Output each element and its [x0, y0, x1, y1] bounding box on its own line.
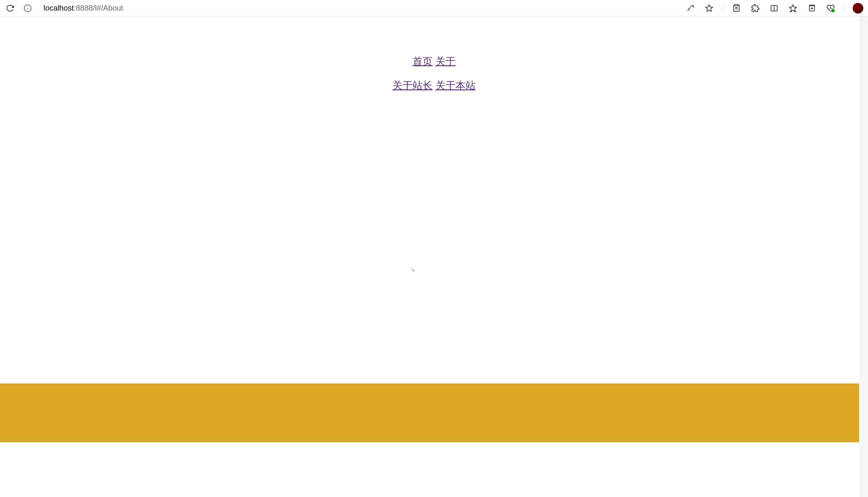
- read-aloud-icon[interactable]: [685, 3, 696, 14]
- collections-icon[interactable]: [807, 3, 817, 14]
- url-host: localhost: [44, 3, 74, 12]
- profile-avatar[interactable]: [853, 3, 863, 14]
- gold-footer-bar: [0, 383, 859, 442]
- toolbar-right: [685, 3, 863, 14]
- cursor-mark: ↘: [410, 267, 415, 273]
- toolbar-divider-2: [844, 4, 844, 12]
- browser-toolbar: localhost:8888/l#/About: [0, 0, 868, 16]
- nav-link-about[interactable]: 关于: [435, 55, 456, 68]
- svg-marker-10: [789, 5, 796, 11]
- toolbar-left: localhost:8888/l#/About: [5, 3, 123, 14]
- extensions-icon[interactable]: [750, 3, 760, 14]
- favorites-icon[interactable]: [788, 3, 798, 14]
- nav-link-about-owner[interactable]: 关于站长: [393, 79, 433, 93]
- reading-list-icon[interactable]: [731, 3, 742, 14]
- toolbar-divider: [723, 4, 723, 12]
- nav-area: 首页 关于 关于站长 关于本站: [0, 16, 868, 103]
- nav-row-1: 首页 关于: [0, 55, 868, 68]
- split-screen-icon[interactable]: [769, 3, 780, 14]
- refresh-icon[interactable]: [5, 3, 15, 14]
- performance-icon[interactable]: [825, 3, 836, 14]
- star-favorite-icon[interactable]: [704, 3, 714, 14]
- url-path: :8888/l#/About: [74, 3, 123, 12]
- site-info-icon[interactable]: [22, 3, 33, 14]
- nav-link-home[interactable]: 首页: [412, 55, 433, 68]
- nav-link-about-site[interactable]: 关于本站: [435, 79, 475, 93]
- url-bar[interactable]: localhost:8888/l#/About: [44, 3, 123, 13]
- nav-row-2: 关于站长 关于本站: [0, 79, 868, 93]
- svg-marker-3: [705, 5, 712, 11]
- svg-rect-5: [735, 4, 738, 6]
- page-content: 首页 关于 关于站长 关于本站 ↘: [0, 16, 868, 497]
- scrollbar-track[interactable]: [859, 16, 868, 497]
